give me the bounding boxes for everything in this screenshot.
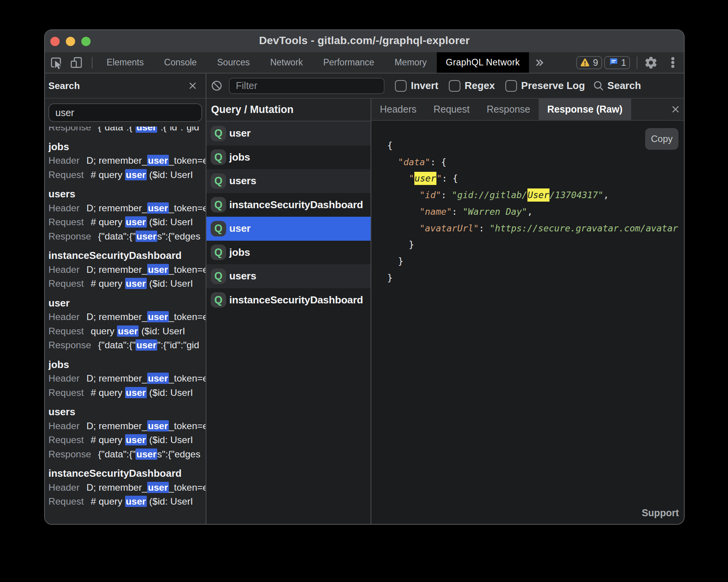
- search-result-row[interactable]: Response{"data":{"user":{"id":"gid: [48, 127, 206, 135]
- search-result-row[interactable]: Request# query user ($id: UserI: [48, 433, 206, 447]
- checkbox-invert[interactable]: [395, 80, 407, 92]
- search-result-text: D; remember_: [86, 312, 147, 322]
- json-token: "name": [419, 207, 452, 217]
- devtools-tab-strip: ElementsConsoleSourcesNetworkPerformance…: [96, 52, 529, 73]
- search-result-row-label: Request: [48, 496, 84, 507]
- filter-option-regex[interactable]: Regex: [449, 80, 495, 92]
- settings-gear-icon[interactable]: [644, 56, 658, 70]
- json-token: "https://secure.gravatar.com/avatar: [489, 223, 678, 233]
- query-row-label: users: [229, 270, 256, 282]
- query-type-badge: Q: [211, 197, 226, 212]
- devtools-tab-memory[interactable]: Memory: [385, 52, 437, 73]
- search-result-text: _token=e: [169, 312, 206, 322]
- search-result-row-label: Header: [48, 264, 79, 275]
- search-result-row[interactable]: Request# query user ($id: UserI: [48, 215, 206, 229]
- devtools-tab-performance[interactable]: Performance: [313, 52, 384, 73]
- close-detail-icon[interactable]: [671, 105, 680, 114]
- query-row-users[interactable]: Qusers: [206, 169, 371, 193]
- support-link[interactable]: Support: [642, 507, 679, 519]
- search-result-row-label: Request: [48, 387, 84, 398]
- search-result-row-label: Request: [48, 326, 84, 336]
- search-result-row[interactable]: HeaderD; remember_user_token=e: [48, 481, 206, 495]
- query-row-label: jobs: [229, 151, 250, 163]
- search-result-row[interactable]: HeaderD; remember_user_token=e: [48, 154, 206, 168]
- clear-log-icon[interactable]: [211, 80, 222, 91]
- checkbox-regex[interactable]: [449, 80, 460, 92]
- zoom-window-button[interactable]: [81, 37, 91, 46]
- search-result-row[interactable]: Request# query user ($id: UserI: [48, 277, 206, 291]
- search-result-row[interactable]: Request# query user ($id: UserI: [48, 168, 206, 182]
- response-raw-json: { "data": { "user": { "id": "gid://gitla…: [371, 121, 684, 524]
- search-result-group-title: users: [48, 187, 206, 201]
- filter-input[interactable]: [229, 78, 385, 94]
- search-result-row[interactable]: Requestquery user ($id: UserI: [48, 324, 206, 339]
- search-match-highlight: user: [147, 373, 169, 384]
- query-row-users[interactable]: Qusers: [206, 264, 371, 288]
- search-match-highlight: user: [147, 264, 169, 275]
- json-token: :: [479, 223, 489, 233]
- query-row-instanceSecurityDashboard[interactable]: QinstanceSecurityDashboard: [206, 288, 371, 312]
- search-result-row[interactable]: HeaderD; remember_user_token=e: [48, 201, 206, 216]
- json-token: [387, 157, 398, 167]
- json-token: "avatarUrl": [419, 223, 479, 233]
- minimize-window-button[interactable]: [66, 37, 75, 46]
- search-result-row-label: Header: [48, 421, 79, 431]
- search-result-text: ":{"id":"gid: [157, 340, 199, 350]
- query-row-instanceSecurityDashboard[interactable]: QinstanceSecurityDashboard: [206, 193, 371, 217]
- query-row-jobs[interactable]: Qjobs: [206, 146, 371, 169]
- warnings-badge[interactable]: 9: [576, 56, 602, 69]
- search-toggle[interactable]: Search: [593, 80, 641, 92]
- search-result-row[interactable]: Request# query user ($id: UserI: [48, 495, 206, 509]
- close-search-icon[interactable]: [188, 81, 197, 90]
- devtools-tab-console[interactable]: Console: [154, 52, 207, 73]
- detail-tab-response-raw[interactable]: Response (Raw): [539, 99, 631, 120]
- more-tabs-icon[interactable]: [535, 58, 544, 67]
- toggle-device-toolbar-icon[interactable]: [70, 56, 83, 69]
- json-token: [387, 207, 419, 217]
- search-match-highlight: user: [136, 448, 157, 460]
- detail-tab-request[interactable]: Request: [425, 99, 478, 120]
- titlebar[interactable]: DevTools - gitlab.com/-/graphql-explorer: [45, 30, 684, 52]
- filter-option-preserve-log[interactable]: Preserve Log: [505, 80, 585, 92]
- search-form: [45, 99, 206, 127]
- query-row-jobs[interactable]: Qjobs: [206, 241, 371, 265]
- inspect-element-icon[interactable]: [50, 56, 63, 69]
- search-result-row[interactable]: HeaderD; remember_user_token=e: [48, 263, 206, 277]
- devtools-tab-network[interactable]: Network: [260, 52, 313, 73]
- search-result-text: ($id: UserI: [139, 326, 185, 336]
- json-token: [387, 173, 409, 183]
- search-result-text: _token=e: [169, 373, 206, 383]
- search-result-row[interactable]: Request# query user ($id: UserI: [48, 386, 206, 400]
- search-result-text: D; remember_: [86, 482, 147, 493]
- devtools-tab-graphql-network[interactable]: GraphQL Network: [437, 52, 529, 73]
- search-match-highlight: user: [125, 387, 147, 398]
- search-match-highlight: user: [136, 231, 157, 242]
- issues-badge[interactable]: 1: [604, 56, 630, 69]
- search-result-row[interactable]: Response{"data":{"user":{"id":"gid: [48, 338, 206, 353]
- search-result-row[interactable]: HeaderD; remember_user_token=e: [48, 310, 206, 324]
- checkbox-preserve-log[interactable]: [505, 80, 517, 92]
- json-token: ": [409, 173, 414, 183]
- filter-option-invert[interactable]: Invert: [395, 80, 438, 92]
- search-result-row[interactable]: Response{"data":{"users":{"edges: [48, 229, 206, 244]
- search-result-group-title: user: [48, 296, 206, 310]
- devtools-tab-elements[interactable]: Elements: [96, 52, 154, 73]
- detail-tab-headers[interactable]: Headers: [371, 99, 425, 120]
- search-result-text: _token=e: [169, 203, 206, 213]
- search-result-row[interactable]: HeaderD; remember_user_token=e: [48, 419, 206, 433]
- search-results-list: Response{"data":{"user":{"id":"gidjobsHe…: [45, 127, 206, 524]
- query-row-user[interactable]: Quser: [206, 122, 371, 146]
- kebab-menu-icon[interactable]: [671, 57, 675, 68]
- search-result-row[interactable]: HeaderD; remember_user_token=e: [48, 371, 206, 386]
- close-window-button[interactable]: [50, 37, 60, 46]
- search-result-row-label: Response: [48, 231, 91, 241]
- detail-tab-response[interactable]: Response: [478, 99, 539, 120]
- copy-button[interactable]: Copy: [645, 128, 678, 150]
- search-input[interactable]: [48, 103, 202, 122]
- search-result-row-label: Header: [48, 482, 79, 493]
- devtools-tab-sources[interactable]: Sources: [207, 52, 260, 73]
- search-result-row[interactable]: Response{"data":{"users":{"edges: [48, 447, 206, 462]
- search-match-highlight: user: [147, 202, 169, 214]
- json-token: /13704317": [549, 190, 603, 200]
- query-row-user-selected[interactable]: Quser: [206, 217, 371, 241]
